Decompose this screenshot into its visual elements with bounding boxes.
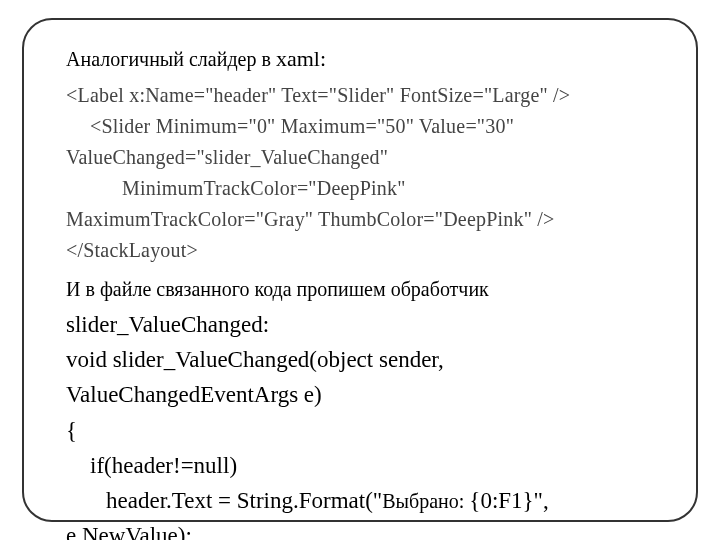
code-if-line: if(header!=null) — [66, 450, 668, 481]
code-assign-c: e.NewValue); — [66, 520, 668, 540]
handler-description: И в файле связанного кода пропишем обраб… — [66, 274, 668, 304]
xaml-slider-line-2: ValueChanged="slider_ValueChanged" — [66, 144, 668, 171]
xaml-stacklayout-close: </StackLayout> — [66, 237, 668, 264]
handler-name-line: slider_ValueChanged: — [66, 309, 668, 340]
code-signature-2: ValueChangedEventArgs e) — [66, 379, 668, 410]
xaml-slider-line-1: <Slider Minimum="0" Maximum="50" Value="… — [66, 113, 668, 140]
xaml-label-line: <Label x:Name="header" Text="Slider" Fon… — [66, 82, 668, 109]
document-card: Аналогичный слайдер в xaml: <Label x:Nam… — [22, 18, 698, 522]
code-assign-rus: Выбрано: — [382, 490, 469, 512]
title-prefix: Аналогичный слайдер в — [66, 48, 276, 70]
xaml-slider-line-3: MinimumTrackColor="DeepPink" — [66, 175, 668, 202]
title-line: Аналогичный слайдер в xaml: — [66, 44, 668, 74]
code-assign-line: header.Text = String.Format("Выбрано: {0… — [66, 485, 668, 516]
title-suffix: xaml: — [276, 46, 326, 71]
code-signature-1: void slider_ValueChanged(object sender, — [66, 344, 668, 375]
code-assign-b: {0:F1}", — [469, 488, 548, 513]
code-brace-open: { — [66, 415, 668, 446]
handler-desc-text: И в файле связанного кода пропишем обраб… — [66, 278, 489, 300]
code-assign-a: header.Text = String.Format(" — [66, 488, 382, 513]
xaml-slider-line-4: MaximumTrackColor="Gray" ThumbColor="Dee… — [66, 206, 668, 233]
